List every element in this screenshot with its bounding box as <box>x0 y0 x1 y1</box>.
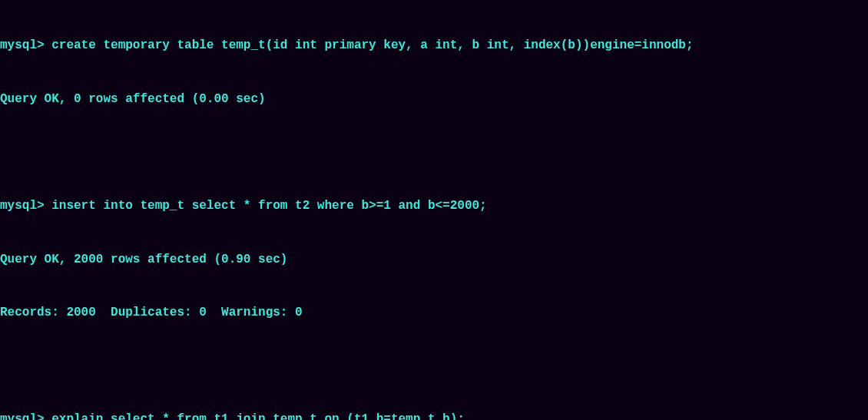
command-line-2[interactable]: mysql> insert into temp_t select * from … <box>0 197 868 215</box>
sql-command: create temporary table temp_t(id int pri… <box>45 38 694 52</box>
command-line-3[interactable]: mysql> explain select * from t1 join tem… <box>0 411 868 420</box>
response-line: Records: 2000 Duplicates: 0 Warnings: 0 <box>0 304 868 322</box>
blank-line <box>0 144 868 162</box>
sql-command: insert into temp_t select * from t2 wher… <box>45 199 487 213</box>
terminal-output: mysql> create temporary table temp_t(id … <box>0 0 868 420</box>
mysql-prompt: mysql> <box>0 412 45 420</box>
response-line: Query OK, 2000 rows affected (0.90 sec) <box>0 251 868 269</box>
command-line-1[interactable]: mysql> create temporary table temp_t(id … <box>0 37 868 55</box>
mysql-prompt: mysql> <box>0 38 45 52</box>
response-line: Query OK, 0 rows affected (0.00 sec) <box>0 91 868 108</box>
blank-line <box>0 358 868 375</box>
sql-command: explain select * from t1 join temp_t on … <box>45 412 465 420</box>
mysql-prompt: mysql> <box>0 199 45 213</box>
